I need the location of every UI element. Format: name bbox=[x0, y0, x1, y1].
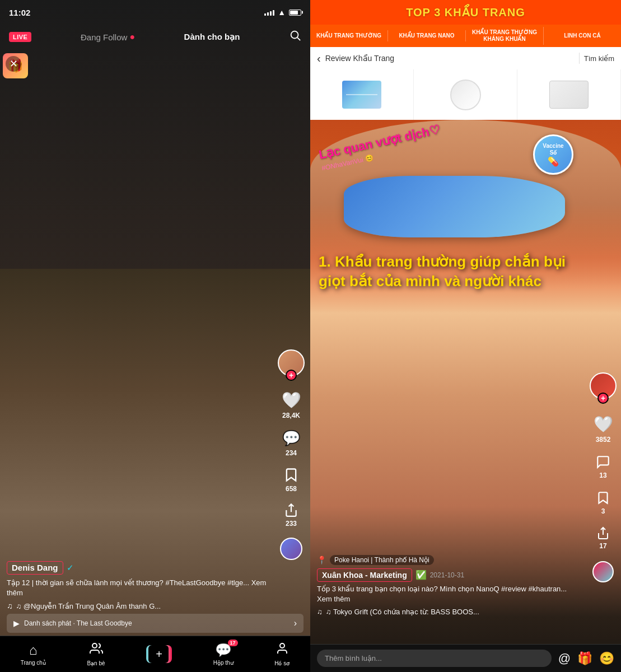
like-count-right: 3852 bbox=[596, 436, 611, 444]
inbox-label: Hộp thư bbox=[213, 660, 234, 666]
comment-count-left: 234 bbox=[286, 449, 297, 457]
music-text-left: ♫ @Nguyễn Trần Trung Quân Âm thanh G... bbox=[16, 602, 161, 610]
search-bar-right: ‹ Tìm kiếm bbox=[310, 47, 621, 69]
comment-icon-right bbox=[596, 455, 610, 469]
bookmark-icon-right bbox=[596, 491, 610, 505]
comment-button-right[interactable]: 13 bbox=[596, 455, 610, 479]
username-left: Denis Dang bbox=[12, 563, 58, 572]
bottom-info-left: Denis Dang ✓ Tập 12 | thời gian sẽ chữa … bbox=[7, 561, 271, 610]
like-button-right[interactable]: 🤍 3852 bbox=[594, 415, 613, 444]
mask-image-blue bbox=[342, 81, 381, 109]
friends-label: Bạn bè bbox=[87, 660, 105, 666]
svg-point-0 bbox=[291, 31, 298, 39]
left-panel: 11:02 ▲ LIVE Đang Follow ● Dành cho bạn bbox=[0, 0, 310, 672]
comment-input-box[interactable]: Thêm bình luận... bbox=[317, 650, 552, 667]
close-button-left[interactable]: ✕ bbox=[6, 56, 21, 72]
date-right: 2021-10-31 bbox=[430, 571, 464, 579]
bookmark-button-left[interactable]: 658 bbox=[283, 467, 299, 493]
nav-friends[interactable]: Bạn bè bbox=[87, 642, 105, 666]
svg-line-1 bbox=[297, 38, 300, 40]
category-tab-1[interactable]: KHẨU TRANG THƯỜNG bbox=[310, 30, 388, 41]
music-note-right: ♫ bbox=[317, 608, 323, 616]
location-text-right: Poke Hanoi | Thành phố Hà Nội bbox=[330, 555, 434, 565]
live-badge[interactable]: LIVE bbox=[9, 32, 31, 42]
battery-icon-left bbox=[289, 10, 301, 16]
category-tab-2[interactable]: KHẨU TRANG NANO bbox=[388, 30, 466, 41]
creator-avatar-left[interactable]: + bbox=[278, 349, 305, 376]
profile-label: Hồ sơ bbox=[274, 660, 290, 666]
share-button-right[interactable]: 17 bbox=[596, 526, 610, 550]
home-icon: ⌂ bbox=[29, 642, 38, 658]
heart-icon-left: 🤍 bbox=[282, 391, 301, 409]
chevron-right-icon: › bbox=[294, 618, 297, 628]
product-thumb-1[interactable] bbox=[310, 69, 414, 120]
bookmark-button-right[interactable]: 3 bbox=[596, 491, 610, 515]
at-icon[interactable]: @ bbox=[558, 651, 571, 666]
svg-point-4 bbox=[280, 643, 284, 648]
username-right: Xuân Khoa - Marketing bbox=[322, 571, 407, 580]
nav-profile[interactable]: Hồ sơ bbox=[274, 642, 290, 666]
gift-comment-icon[interactable]: 🎁 bbox=[577, 651, 592, 666]
product-thumb-3[interactable] bbox=[517, 69, 621, 120]
bookmark-count-left: 658 bbox=[286, 485, 297, 493]
description-left: Tập 12 | thời gian sẽ chữa lành mọi vết … bbox=[7, 578, 271, 598]
signal-bar-3 bbox=[270, 11, 272, 16]
back-arrow-right[interactable]: ‹ bbox=[317, 52, 321, 65]
follow-plus-badge-left[interactable]: + bbox=[286, 370, 297, 381]
music-row-right[interactable]: ♫ ♫ Tokyo Grift (Có chứa nhạc từ: BASS B… bbox=[317, 608, 582, 616]
music-text-right: ♫ Tokyo Grift (Có chứa nhạc từ: BASS BOO… bbox=[326, 608, 479, 616]
add-icon: + bbox=[156, 648, 162, 661]
banner-title: TOP 3 KHẨU TRANG bbox=[406, 6, 525, 19]
main-text-right: 1. Khẩu trang thường giúp chắn bụi giọt … bbox=[319, 252, 573, 291]
right-actions-left: + 🤍 28,4K 💬 234 658 233 bbox=[278, 349, 305, 560]
mask-image-white bbox=[450, 80, 481, 110]
nav-add[interactable]: + bbox=[146, 645, 172, 663]
nav-inbox[interactable]: 💬 Hộp thư 17 bbox=[213, 642, 234, 666]
description-right: Tốp 3 khẩu trang bạn chọn loại nào? Mình… bbox=[317, 584, 582, 604]
add-button[interactable]: + bbox=[146, 645, 172, 663]
right-panel: TOP 3 KHẨU TRANG KHẨU TRANG THƯỜNG KHẨU … bbox=[310, 0, 621, 672]
category-tab-4[interactable]: LINH CON CÁ bbox=[544, 30, 621, 41]
category-tab-3[interactable]: KHẨU TRANG THƯỜNG KHÁNG KHUẨN bbox=[466, 27, 544, 45]
playlist-text: Danh sách phát · The Last Goodbye bbox=[24, 619, 132, 627]
username-row-left: Denis Dang ✓ bbox=[7, 561, 271, 575]
nav-home[interactable]: ⌂ Trang chủ bbox=[21, 642, 46, 666]
wifi-icon-left: ▲ bbox=[278, 8, 286, 17]
for-you-text[interactable]: Dành cho bạn bbox=[184, 32, 240, 42]
like-button-left[interactable]: 🤍 28,4K bbox=[282, 391, 301, 419]
follow-plus-badge-right[interactable]: + bbox=[597, 393, 609, 404]
music-row-left[interactable]: ♫ ♫ @Nguyễn Trần Trung Quân Âm thanh G..… bbox=[7, 601, 271, 610]
search-input-right[interactable] bbox=[325, 54, 575, 63]
playlist-info: ▶ Danh sách phát · The Last Goodbye bbox=[13, 619, 132, 628]
location-pin-icon: 📍 bbox=[317, 556, 326, 564]
comment-count-right: 13 bbox=[599, 472, 606, 479]
comment-button-left[interactable]: 💬 234 bbox=[282, 430, 300, 457]
like-count-left: 28,4K bbox=[282, 412, 300, 419]
comment-bar-right: Thêm bình luận... @ 🎁 😊 bbox=[310, 644, 621, 672]
product-thumb-2[interactable] bbox=[414, 69, 517, 120]
top-bar-left: LIVE Đang Follow ● Dành cho bạn bbox=[0, 25, 310, 49]
share-button-left[interactable]: 233 bbox=[284, 503, 298, 528]
search-button-right[interactable]: Tìm kiếm bbox=[584, 54, 614, 63]
search-button-left[interactable] bbox=[289, 29, 301, 45]
playlist-icon: ▶ bbox=[13, 619, 20, 628]
status-icons-left: ▲ bbox=[264, 8, 301, 17]
music-disc-right bbox=[592, 561, 614, 582]
battery-fill-left bbox=[290, 11, 298, 15]
bookmark-count-right: 3 bbox=[601, 507, 605, 515]
friends-icon bbox=[90, 642, 103, 659]
playlist-row[interactable]: ▶ Danh sách phát · The Last Goodbye › bbox=[7, 614, 304, 633]
username-box-right[interactable]: Xuân Khoa - Marketing bbox=[317, 568, 412, 582]
follow-section[interactable]: Đang Follow ● bbox=[81, 32, 135, 42]
emoji-icon[interactable]: 😊 bbox=[599, 651, 614, 666]
mask-image-outline bbox=[549, 81, 589, 109]
main-overlay-text-right: 1. Khẩu trang thường giúp chắn bụi giọt … bbox=[319, 252, 573, 291]
comment-icon-left: 💬 bbox=[282, 430, 300, 447]
username-row-right: Xuân Khoa - Marketing ✅ 2021-10-31 bbox=[317, 568, 582, 582]
username-box-left[interactable]: Denis Dang bbox=[7, 561, 63, 575]
search-divider bbox=[579, 53, 580, 64]
signal-bar-1 bbox=[264, 13, 266, 16]
top-orange-banner: TOP 3 KHẨU TRANG bbox=[310, 0, 621, 25]
vaccine-badge: VaccineSố 💊 bbox=[533, 134, 573, 175]
creator-avatar-right[interactable]: + bbox=[590, 372, 617, 399]
